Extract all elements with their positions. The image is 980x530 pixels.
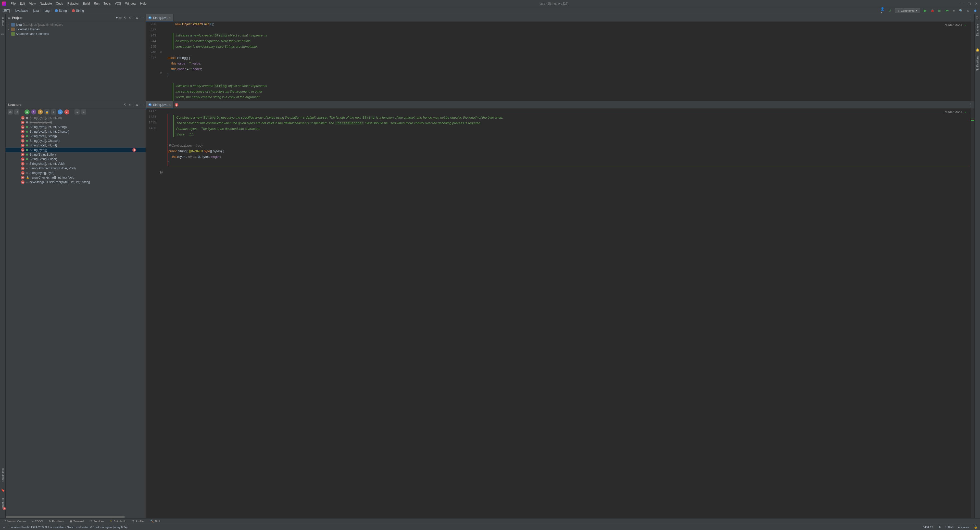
problems-button[interactable]: ⊘Problems xyxy=(48,520,64,523)
show-inherited-button[interactable]: Ÿ xyxy=(51,110,56,115)
run-config-combo[interactable]: ≡ Comments ▾ xyxy=(895,8,920,13)
structure-item[interactable]: m○newStringUTF8NoRepl(byte[], int, int):… xyxy=(6,180,146,185)
menu-build[interactable]: Build xyxy=(81,1,91,6)
build-button[interactable]: 🔨Build xyxy=(150,520,161,523)
settings-icon[interactable]: ⚙ xyxy=(966,8,970,13)
tab-more-icon[interactable]: ⋮ xyxy=(966,103,974,107)
autoscroll-source-button[interactable]: ⇥ xyxy=(75,110,80,115)
menu-tools[interactable]: Tools xyxy=(102,1,112,6)
tree-root[interactable]: › java D:\projects\java\ittimeline\java xyxy=(6,22,146,27)
breadcrumb-item[interactable]: String xyxy=(76,9,84,13)
code-content[interactable]: new ObjectStreamField[0]; Initializes a … xyxy=(164,21,974,101)
cursor-position[interactable]: 1434:12 xyxy=(923,526,933,529)
minimize-button[interactable]: — xyxy=(960,2,963,6)
show-lambda-button[interactable]: λ xyxy=(64,110,69,115)
bookmark-icon[interactable]: 🔖 xyxy=(1,489,5,492)
structure-item[interactable]: mString(StringBuffer) xyxy=(6,152,146,157)
structure-item[interactable]: mString(StringBuilder) xyxy=(6,157,146,161)
collapse-icon[interactable]: ⇲ xyxy=(128,16,131,20)
menu-refactor[interactable]: Refactor xyxy=(66,1,80,6)
bell-icon[interactable]: 🔔 xyxy=(976,48,979,52)
project-title[interactable]: Project xyxy=(12,16,115,20)
run-button[interactable]: ▶ xyxy=(923,8,928,13)
tab-close-icon[interactable]: × xyxy=(169,16,171,20)
structure-item[interactable]: mString(byte[], int, int, String) xyxy=(6,125,146,129)
show-class-button[interactable]: c xyxy=(31,110,36,115)
show-interface-button[interactable]: ○ xyxy=(58,110,63,115)
sync-icon[interactable]: ↺ xyxy=(888,8,892,13)
menu-help[interactable]: Help xyxy=(138,1,148,6)
status-icon[interactable]: ▭ xyxy=(3,525,5,529)
fold-marker[interactable]: ⊟ xyxy=(160,49,162,55)
gear-icon[interactable]: ⚙ xyxy=(136,16,138,20)
minimap[interactable] xyxy=(971,21,974,101)
structure-item[interactable]: mString(byte[], Charset) xyxy=(6,138,146,143)
show-field-button[interactable]: f xyxy=(38,110,43,115)
show-anon-button[interactable]: a xyxy=(24,110,30,115)
encoding[interactable]: UTF-8 xyxy=(945,526,953,529)
structure-item[interactable]: m🔒rangeCheck(char[], int, int): Void xyxy=(6,175,146,180)
services-button[interactable]: ⬡Services xyxy=(89,520,104,523)
project-tool-button[interactable]: Project xyxy=(1,16,4,27)
code-area-top[interactable]: 236 237 243 244 245 246 247 ⊟ ⊟ new Obje… xyxy=(146,21,974,101)
maximize-button[interactable]: ▢ xyxy=(967,2,971,6)
menu-navigate[interactable]: Navigate xyxy=(38,1,53,6)
editor-tab[interactable]: C String.java × xyxy=(146,14,174,21)
menu-code[interactable]: Code xyxy=(54,1,65,6)
chevron-down-icon[interactable]: ▾ xyxy=(116,16,118,20)
structure-item[interactable]: mString(byte[], int, int, int) xyxy=(6,116,146,120)
status-message[interactable]: Localized IntelliJ IDEA 2022.3.1 is avai… xyxy=(10,526,127,529)
menu-edit[interactable]: Edit xyxy=(18,1,27,6)
expand-icon[interactable]: ⇱ xyxy=(124,16,126,20)
line-separator[interactable]: LF xyxy=(938,526,941,529)
minimize-icon[interactable]: — xyxy=(140,16,143,20)
breadcrumb-root[interactable]: [JRT] xyxy=(3,9,10,13)
structure-item[interactable]: mString(byte[], int) xyxy=(6,120,146,125)
structure-list[interactable]: mString(byte[], int, int, int)mString(by… xyxy=(6,116,146,516)
reader-mode-indicator[interactable]: Reader Mode ✓ xyxy=(943,24,967,27)
editor-tab[interactable]: C String.java × xyxy=(146,101,174,108)
breadcrumb-item[interactable]: lang xyxy=(44,9,50,13)
structure-item[interactable]: mString(byte[])3 xyxy=(6,148,146,152)
autobuild-button[interactable]: ⚠Auto-build xyxy=(110,520,126,523)
lock-icon[interactable]: 🔒 xyxy=(974,525,977,529)
profiler-button[interactable]: ◔Profiler xyxy=(132,520,145,523)
indent[interactable]: 4 spaces xyxy=(958,526,969,529)
terminal-button[interactable]: ▣Terminal xyxy=(70,520,84,523)
menu-view[interactable]: View xyxy=(27,1,37,6)
collapse-icon[interactable]: ⇲ xyxy=(128,103,131,107)
minimize-icon[interactable]: — xyxy=(140,103,143,107)
structure-item[interactable]: m○String(byte[], byte) xyxy=(6,170,146,175)
database-icon[interactable]: 🗄 xyxy=(976,16,979,20)
breadcrumb-item[interactable]: java.base xyxy=(15,9,28,13)
shield-icon[interactable]: ⬢ xyxy=(973,8,977,13)
search-icon[interactable]: 🔍 xyxy=(959,8,963,13)
sort-alpha-button[interactable]: ↓a xyxy=(8,110,13,115)
reader-mode-indicator[interactable]: Reader Mode ✓ xyxy=(943,110,967,114)
menu-run[interactable]: Run xyxy=(92,1,101,6)
code-content[interactable]: Constructs a new String by decoding the … xyxy=(164,108,974,518)
minimap[interactable] xyxy=(971,108,974,518)
folder-icon[interactable]: ▭ xyxy=(1,32,5,36)
structure-item[interactable]: m○String(char[], int, int, Void) xyxy=(6,161,146,166)
target-icon[interactable]: ⊕ xyxy=(119,16,122,20)
version-control-button[interactable]: ⎇Version Control xyxy=(3,520,26,523)
structure-h-scrollbar[interactable] xyxy=(6,516,146,518)
tab-close-icon[interactable]: × xyxy=(169,103,171,107)
structure-item[interactable]: m○String(AbstractStringBuilder, Void) xyxy=(6,166,146,170)
expand-icon[interactable]: ⇱ xyxy=(124,103,126,107)
structure-item[interactable]: mString(byte[], int, int) xyxy=(6,143,146,148)
breadcrumb-item[interactable]: String xyxy=(59,9,67,13)
database-tool-button[interactable]: Database xyxy=(976,23,979,37)
menu-window[interactable]: Window xyxy=(124,1,138,6)
profile-button[interactable]: ◔▾ xyxy=(944,8,949,13)
coverage-button[interactable]: ◧ xyxy=(937,8,942,13)
bookmarks-tool-button[interactable]: Bookmarks xyxy=(1,467,4,483)
at-marker[interactable]: @ xyxy=(159,170,163,175)
structure-item[interactable]: mString(byte[], int, int, Charset) xyxy=(6,129,146,134)
todo-button[interactable]: ≡TODO xyxy=(32,520,43,523)
add-user-icon[interactable]: 👤▾ xyxy=(881,8,885,13)
debug-button[interactable]: 🐞 xyxy=(930,8,935,13)
code-area-bottom[interactable]: 1417 1434 1435 1436 @ Constructs a new S… xyxy=(146,108,974,518)
gear-icon[interactable]: ⚙ xyxy=(136,103,138,107)
